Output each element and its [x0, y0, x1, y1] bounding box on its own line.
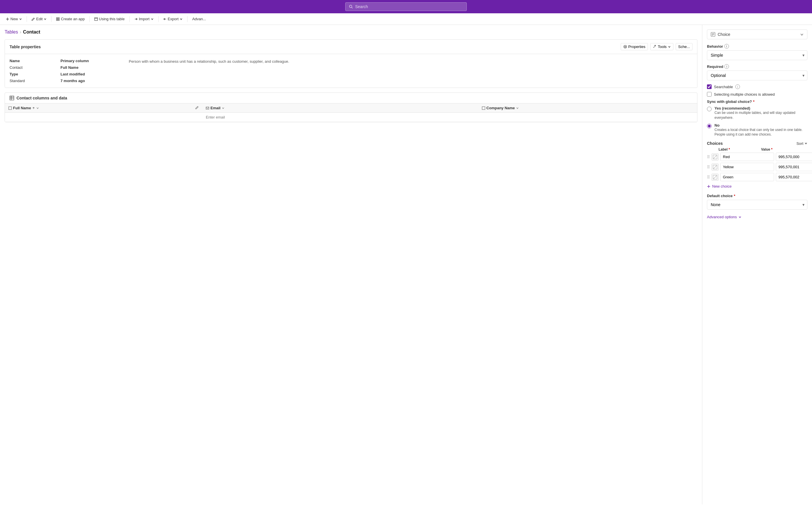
toolbar-divider-3 — [89, 16, 90, 22]
fullname-cell — [5, 113, 192, 122]
required-select[interactable]: Optional Business Required System Requir… — [707, 70, 807, 80]
yes-label: Yes (recommended) — [714, 106, 807, 111]
import-button[interactable]: Import — [132, 16, 156, 22]
breadcrumb-current: Contact — [23, 29, 40, 35]
no-desc: Creates a local choice that can only be … — [714, 128, 807, 137]
app-icon — [56, 17, 60, 21]
create-app-button[interactable]: Create an app — [54, 16, 87, 22]
left-panel: Tables › Contact Table properties Proper… — [0, 25, 702, 504]
svg-rect-5 — [58, 18, 59, 19]
choice-value-input[interactable] — [776, 163, 812, 171]
yes-desc: Can be used in multiple tables, and will… — [714, 111, 807, 120]
toolbar-divider-6 — [187, 16, 188, 22]
type-label: Choice — [711, 32, 730, 37]
new-button[interactable]: New — [3, 16, 24, 22]
email-cell[interactable] — [202, 113, 478, 122]
behavior-info-icon[interactable]: i — [724, 44, 729, 48]
data-section: Contact columns and data Full Name — [5, 93, 697, 122]
drag-handle[interactable]: ⠿ — [707, 155, 710, 159]
top-bar — [0, 0, 812, 13]
email-input[interactable] — [206, 115, 475, 119]
type-value: Standard — [10, 78, 56, 83]
search-input[interactable] — [355, 4, 463, 9]
svg-rect-6 — [56, 19, 57, 20]
multiple-choices-checkbox[interactable] — [707, 92, 712, 97]
primary-col-label: Primary column — [61, 59, 124, 63]
description-text: Person with whom a business unit has a r… — [129, 59, 289, 63]
chevron-down-icon — [151, 18, 154, 20]
color-swatch[interactable] — [712, 164, 718, 171]
behavior-label: Behavior i — [707, 44, 807, 48]
behavior-select[interactable]: Simple — [707, 50, 807, 60]
drag-handle[interactable]: ⠿ — [707, 165, 710, 169]
svg-point-13 — [624, 46, 626, 47]
sort-button[interactable]: Sort — [796, 141, 807, 146]
tools-icon — [653, 45, 657, 48]
choice-label-input[interactable] — [720, 173, 774, 181]
choice-label-input[interactable] — [720, 153, 774, 161]
sort-asc-icon — [32, 107, 35, 110]
svg-rect-8 — [95, 18, 98, 20]
no-radio[interactable] — [707, 124, 712, 128]
color-swatch[interactable] — [712, 174, 718, 181]
edit-button[interactable]: Edit — [29, 16, 49, 22]
table-properties-card: Table properties Properties Tools Sche..… — [5, 39, 697, 88]
fullname-icon — [8, 106, 12, 110]
prop-group-name: Name Contact Type Standard — [10, 59, 56, 83]
new-choice-button[interactable]: New choice — [707, 183, 731, 190]
edit-icon — [31, 17, 35, 21]
default-choice-select-wrapper: None Red Yellow Green ▾ — [707, 200, 807, 209]
label-col-header: Label * — [718, 147, 759, 152]
advanced-button[interactable]: Advan... — [190, 16, 208, 22]
searchable-info-icon[interactable]: i — [735, 85, 740, 89]
chevron-down-icon — [516, 107, 519, 110]
sync-radio-group: Yes (recommended) Can be used in multipl… — [707, 106, 807, 137]
choice-label-input[interactable] — [720, 163, 774, 171]
breadcrumb-separator: › — [20, 29, 21, 35]
col-header-company[interactable]: Company Name — [478, 104, 697, 113]
data-section-header: Contact columns and data — [5, 93, 697, 104]
company-cell — [478, 113, 697, 122]
no-option: No Creates a local choice that can only … — [707, 123, 807, 137]
search-icon — [349, 5, 353, 9]
description-group: Person with whom a business unit has a r… — [129, 59, 692, 83]
color-swatch[interactable] — [712, 154, 718, 160]
import-icon — [134, 17, 138, 21]
required-info-icon[interactable]: i — [724, 64, 729, 69]
choices-col-headers: Label * Value * — [707, 147, 807, 152]
last-modified-label: Last modified — [61, 72, 124, 76]
col-header-edit[interactable] — [192, 104, 202, 113]
data-table: Full Name Email — [5, 104, 697, 122]
toolbar: New Edit Create an app Using this table … — [0, 13, 812, 25]
choice-value-input[interactable] — [776, 173, 812, 181]
searchable-checkbox[interactable] — [707, 85, 712, 89]
tools-button[interactable]: Tools — [650, 43, 673, 50]
svg-rect-7 — [58, 19, 59, 20]
export-button[interactable]: Export — [161, 16, 185, 22]
default-choice-select[interactable]: None Red Yellow Green — [707, 200, 807, 209]
last-modified-value: 7 months ago — [61, 78, 124, 83]
advanced-options-button[interactable]: Advanced options — [707, 214, 741, 220]
drag-handle[interactable]: ⠿ — [707, 175, 710, 179]
choice-value-input[interactable] — [776, 153, 812, 161]
col-header-fullname[interactable]: Full Name — [5, 104, 192, 113]
choice-row: ⠿ ⋮ — [707, 153, 807, 161]
name-value: Contact — [10, 65, 56, 70]
breadcrumb-parent[interactable]: Tables — [5, 29, 18, 35]
type-dropdown[interactable]: Choice — [707, 29, 807, 39]
chevron-down-icon — [19, 18, 22, 20]
yes-radio[interactable] — [707, 107, 712, 111]
svg-point-0 — [349, 5, 352, 8]
chevron-down-icon — [180, 18, 183, 20]
primary-col-value: Full Name — [61, 65, 124, 70]
searchable-row: Searchable i — [707, 85, 807, 89]
chevron-down-icon — [738, 216, 741, 218]
search-box[interactable] — [345, 2, 467, 11]
properties-button[interactable]: Properties — [621, 43, 648, 50]
toolbar-divider-4 — [129, 16, 130, 22]
col-header-email[interactable]: Email — [202, 104, 478, 113]
using-table-button[interactable]: Using this table — [92, 16, 127, 22]
choice-icon — [711, 32, 715, 37]
schedule-button[interactable]: Sche... — [676, 43, 692, 50]
default-choice-label: Default choice * — [707, 194, 807, 198]
